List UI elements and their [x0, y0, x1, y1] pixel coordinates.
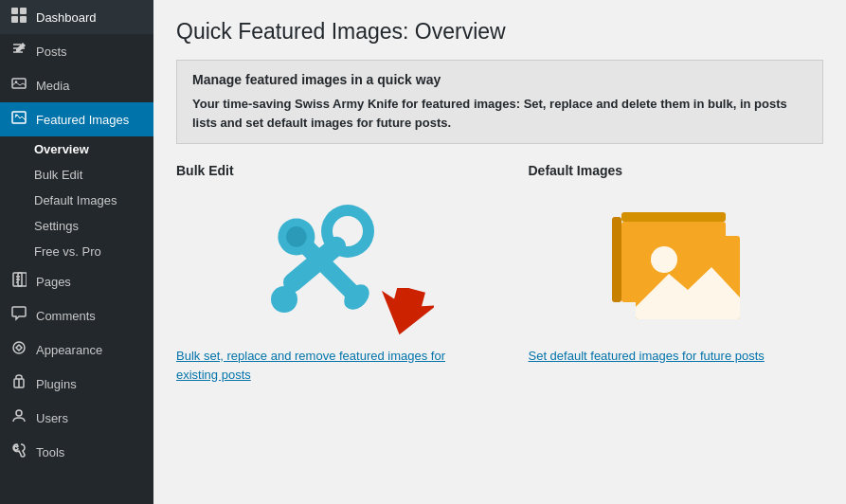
sidebar-item-label: Featured Images	[36, 113, 129, 127]
notice-body: Your time-saving Swiss Army Knife for fe…	[192, 95, 807, 132]
notice-box: Manage featured images in a quick way Yo…	[176, 60, 823, 144]
svg-marker-23	[377, 288, 434, 340]
plugins-icon	[9, 374, 28, 393]
sidebar-item-tools[interactable]: Tools	[0, 435, 153, 469]
submenu-item-free-vs-pro[interactable]: Free vs. Pro	[0, 239, 153, 264]
sidebar-item-comments[interactable]: Comments	[0, 298, 153, 333]
submenu-item-overview[interactable]: Overview	[0, 136, 153, 162]
sidebar-item-label: Comments	[36, 309, 96, 323]
featured-images-submenu: Overview Bulk Edit Default Images Settin…	[0, 136, 153, 264]
posts-icon	[9, 42, 28, 61]
svg-rect-24	[612, 217, 621, 302]
appearance-icon	[9, 340, 28, 359]
default-images-link[interactable]: Set default featured images for future p…	[529, 347, 824, 366]
svg-point-28	[651, 246, 677, 273]
default-images-title: Default Images	[529, 163, 824, 178]
svg-rect-21	[279, 233, 350, 297]
bulk-edit-link[interactable]: Bulk set, replace and remove featured im…	[176, 347, 472, 384]
main-content: Quick Featured Images: Overview Manage f…	[153, 0, 846, 504]
svg-rect-2	[11, 16, 18, 23]
image-stack-icon	[603, 203, 749, 326]
svg-point-13	[16, 410, 22, 416]
svg-rect-3	[20, 16, 27, 23]
sidebar: Dashboard Posts Media Featured Images Ov…	[0, 0, 153, 504]
svg-rect-25	[621, 212, 726, 222]
comments-icon	[9, 306, 28, 325]
sidebar-item-plugins[interactable]: Plugins	[0, 367, 153, 401]
sidebar-item-label: Posts	[36, 45, 67, 59]
sidebar-item-featured-images[interactable]: Featured Images	[0, 102, 153, 136]
tools-icon	[9, 442, 28, 461]
submenu-item-default-images[interactable]: Default Images	[0, 188, 153, 213]
sidebar-item-label: Dashboard	[36, 10, 97, 25]
bulk-edit-card: Bulk Edit	[176, 163, 472, 384]
users-icon	[9, 408, 28, 427]
svg-point-22	[271, 286, 297, 313]
sidebar-item-dashboard[interactable]: Dashboard	[0, 0, 153, 34]
sidebar-item-label: Media	[36, 79, 69, 93]
default-images-card: Default Images	[529, 163, 824, 366]
media-icon	[9, 76, 28, 95]
svg-rect-0	[11, 8, 18, 14]
bulk-edit-icon-area	[176, 193, 472, 335]
submenu-item-settings[interactable]: Settings	[0, 213, 153, 239]
sidebar-item-label: Tools	[36, 445, 64, 459]
sidebar-item-label: Appearance	[36, 343, 102, 357]
sidebar-item-users[interactable]: Users	[0, 401, 153, 435]
sidebar-item-appearance[interactable]: Appearance	[0, 333, 153, 367]
featured-images-icon	[9, 110, 28, 129]
notice-heading: Manage featured images in a quick way	[192, 72, 807, 87]
dashboard-icon	[9, 8, 28, 27]
svg-point-7	[15, 115, 17, 117]
sidebar-item-media[interactable]: Media	[0, 68, 153, 102]
sidebar-item-posts[interactable]: Posts	[0, 34, 153, 68]
sidebar-item-label: Users	[36, 411, 68, 425]
submenu-item-bulk-edit[interactable]: Bulk Edit	[0, 162, 153, 188]
sidebar-item-label: Plugins	[36, 377, 77, 391]
bulk-edit-title: Bulk Edit	[176, 163, 472, 178]
red-arrow-icon	[377, 288, 434, 340]
svg-point-10	[13, 342, 25, 353]
sidebar-item-label: Pages	[36, 275, 71, 289]
wrench-icon-2	[258, 203, 390, 326]
sidebar-item-pages[interactable]: Pages	[0, 264, 153, 298]
svg-rect-1	[20, 8, 27, 14]
cards-area: Bulk Edit	[176, 163, 823, 384]
page-title: Quick Featured Images: Overview	[176, 19, 823, 45]
pages-icon	[9, 272, 28, 291]
default-images-icon-area	[529, 193, 824, 335]
